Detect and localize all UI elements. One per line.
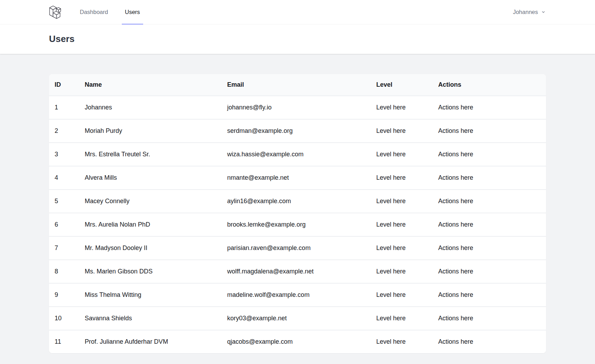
cell-email: kory03@example.net [222, 307, 371, 330]
table-row: 8 Ms. Marlen Gibson DDS wolff.magdalena@… [49, 260, 546, 283]
nav-item[interactable]: Users [122, 0, 143, 24]
column-header-email: Email [222, 74, 371, 96]
table-header: ID Name Email Level Actions [49, 74, 546, 96]
cell-actions: Actions here [433, 143, 546, 166]
cell-level: Level here [371, 166, 433, 190]
table-row: 4 Alvera Mills nmante@example.net Level … [49, 166, 546, 190]
cell-email: johannes@fly.io [222, 96, 371, 119]
cell-email: wolff.magdalena@example.net [222, 260, 371, 283]
table-row: 5 Macey Connelly aylin16@example.com Lev… [49, 190, 546, 213]
cell-level: Level here [371, 190, 433, 213]
column-header-level: Level [371, 74, 433, 96]
page-title: Users [49, 34, 546, 44]
cell-name: Alvera Mills [79, 166, 222, 190]
table-row: 6 Mrs. Aurelia Nolan PhD brooks.lemke@ex… [49, 213, 546, 236]
users-table-card: ID Name Email Level Actions 1 Johannes j… [49, 74, 546, 353]
user-menu-label: Johannes [513, 9, 538, 15]
cell-name: Prof. Julianne Aufderhar DVM [79, 330, 222, 353]
cell-level: Level here [371, 119, 433, 143]
cell-email: parisian.raven@example.com [222, 236, 371, 260]
cell-id: 3 [49, 143, 79, 166]
table-row: 11 Prof. Julianne Aufderhar DVM qjacobs@… [49, 330, 546, 353]
cell-email: wiza.hassie@example.com [222, 143, 371, 166]
column-header-actions: Actions [433, 74, 546, 96]
table-row: 10 Savanna Shields kory03@example.net Le… [49, 307, 546, 330]
column-header-id: ID [49, 74, 79, 96]
top-nav: Dashboard Users Johannes [0, 0, 595, 24]
cell-id: 2 [49, 119, 79, 143]
cell-email: qjacobs@example.com [222, 330, 371, 353]
cell-actions: Actions here [433, 330, 546, 353]
nav-links: Dashboard Users [77, 0, 143, 24]
cell-name: Savanna Shields [79, 307, 222, 330]
table-row: 9 Miss Thelma Witting madeline.wolf@exam… [49, 283, 546, 307]
cell-actions: Actions here [433, 307, 546, 330]
cell-id: 5 [49, 190, 79, 213]
cell-level: Level here [371, 213, 433, 236]
cell-level: Level here [371, 143, 433, 166]
cell-name: Moriah Purdy [79, 119, 222, 143]
cell-level: Level here [371, 283, 433, 307]
cell-level: Level here [371, 96, 433, 119]
user-menu-button[interactable]: Johannes [513, 9, 546, 15]
table-body: 1 Johannes johannes@fly.io Level here Ac… [49, 96, 546, 353]
cell-actions: Actions here [433, 260, 546, 283]
table-row: 3 Mrs. Estrella Treutel Sr. wiza.hassie@… [49, 143, 546, 166]
cell-level: Level here [371, 330, 433, 353]
cell-name: Mr. Madyson Dooley II [79, 236, 222, 260]
nav-item[interactable]: Dashboard [77, 0, 111, 24]
cell-actions: Actions here [433, 236, 546, 260]
table-row: 2 Moriah Purdy serdman@example.org Level… [49, 119, 546, 143]
laravel-logo[interactable] [49, 5, 61, 19]
cell-actions: Actions here [433, 190, 546, 213]
cell-name: Mrs. Estrella Treutel Sr. [79, 143, 222, 166]
cell-id: 11 [49, 330, 79, 353]
cell-email: brooks.lemke@example.org [222, 213, 371, 236]
cell-id: 4 [49, 166, 79, 190]
cell-name: Johannes [79, 96, 222, 119]
cell-id: 6 [49, 213, 79, 236]
cell-name: Mrs. Aurelia Nolan PhD [79, 213, 222, 236]
page-header: Users [0, 24, 595, 54]
cell-id: 9 [49, 283, 79, 307]
main-content: ID Name Email Level Actions 1 Johannes j… [0, 54, 595, 364]
cell-name: Macey Connelly [79, 190, 222, 213]
cell-id: 8 [49, 260, 79, 283]
cell-actions: Actions here [433, 96, 546, 119]
cell-level: Level here [371, 307, 433, 330]
cell-name: Miss Thelma Witting [79, 283, 222, 307]
cell-name: Ms. Marlen Gibson DDS [79, 260, 222, 283]
chevron-down-icon [541, 9, 546, 15]
laravel-logo-icon [49, 5, 61, 19]
cell-email: aylin16@example.com [222, 190, 371, 213]
cell-email: serdman@example.org [222, 119, 371, 143]
column-header-name: Name [79, 74, 222, 96]
cell-id: 7 [49, 236, 79, 260]
cell-level: Level here [371, 260, 433, 283]
table-row: 1 Johannes johannes@fly.io Level here Ac… [49, 96, 546, 119]
cell-level: Level here [371, 236, 433, 260]
cell-actions: Actions here [433, 119, 546, 143]
cell-actions: Actions here [433, 213, 546, 236]
cell-actions: Actions here [433, 166, 546, 190]
table-row: 7 Mr. Madyson Dooley II parisian.raven@e… [49, 236, 546, 260]
cell-email: madeline.wolf@example.com [222, 283, 371, 307]
users-table: ID Name Email Level Actions 1 Johannes j… [49, 74, 546, 353]
cell-id: 1 [49, 96, 79, 119]
cell-actions: Actions here [433, 283, 546, 307]
cell-email: nmante@example.net [222, 166, 371, 190]
cell-id: 10 [49, 307, 79, 330]
